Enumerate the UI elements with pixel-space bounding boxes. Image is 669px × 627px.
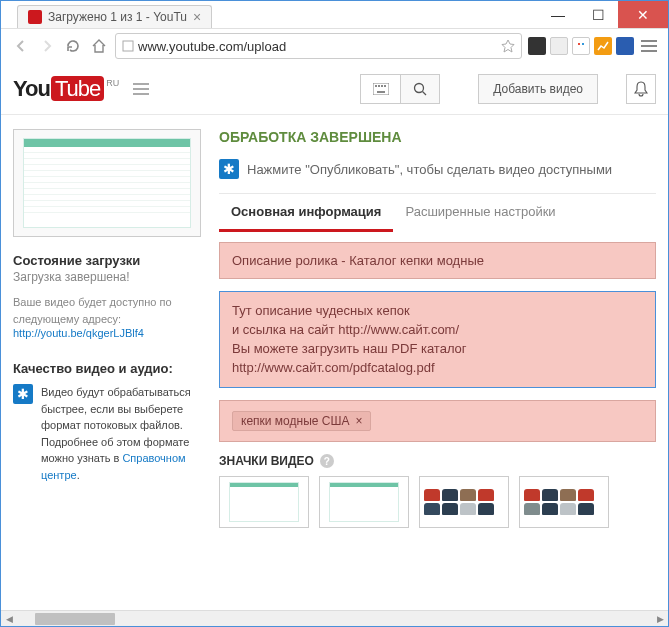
svg-rect-8 xyxy=(384,85,386,87)
reload-button[interactable] xyxy=(63,36,83,56)
desc-line: Вы можете загрузить наш PDF каталог xyxy=(232,340,643,359)
scroll-left-icon[interactable]: ◀ xyxy=(1,614,17,624)
extensions xyxy=(528,37,634,55)
youtube-header: YouTube RU Добавить видео xyxy=(1,63,668,115)
locale-badge: RU xyxy=(106,78,119,88)
scrollbar-thumb[interactable] xyxy=(35,613,115,625)
bell-icon xyxy=(634,81,648,97)
tag-remove-icon[interactable]: × xyxy=(355,414,362,428)
window-titlebar: Загружено 1 из 1 - YouTu × — ☐ ✕ xyxy=(1,1,668,29)
svg-rect-6 xyxy=(378,85,380,87)
tags-input[interactable]: кепки модные США × xyxy=(219,400,656,442)
maximize-button[interactable]: ☐ xyxy=(578,1,618,28)
minimize-button[interactable]: — xyxy=(538,1,578,28)
tab-basic-info[interactable]: Основная информация xyxy=(219,194,393,232)
search-icon xyxy=(413,82,427,96)
notifications-button[interactable] xyxy=(626,74,656,104)
video-thumbnail-large xyxy=(13,129,201,237)
close-button[interactable]: ✕ xyxy=(618,1,668,28)
desc-line: и ссылка на сайт http://www.сайт.com/ xyxy=(232,321,643,340)
ext-icon-2[interactable] xyxy=(550,37,568,55)
video-url-link[interactable]: http://youtu.be/qkgerLJBlf4 xyxy=(13,327,201,339)
upload-status-title: Состояние загрузки xyxy=(13,253,201,268)
title-input[interactable]: Описание ролика - Каталог кепки модные xyxy=(219,242,656,279)
desc-line: http://www.сайт.com/pdfcatalog.pdf xyxy=(232,359,643,378)
browser-tab[interactable]: Загружено 1 из 1 - YouTu × xyxy=(17,5,212,28)
upload-status-note: Ваше видео будет доступно по следующему … xyxy=(13,294,201,327)
home-button[interactable] xyxy=(89,36,109,56)
ext-icon-1[interactable] xyxy=(528,37,546,55)
processing-status: ОБРАБОТКА ЗАВЕРШЕНА xyxy=(219,129,656,145)
youtube-logo-icon: YouTube xyxy=(13,76,104,102)
address-bar[interactable]: www.youtube.com/upload xyxy=(115,33,522,59)
svg-rect-5 xyxy=(375,85,377,87)
svg-point-10 xyxy=(415,83,424,92)
thumbnails-title: ЗНАЧКИ ВИДЕО xyxy=(219,454,314,468)
back-button[interactable] xyxy=(11,36,31,56)
ext-icon-5[interactable] xyxy=(616,37,634,55)
tab-close-icon[interactable]: × xyxy=(193,10,201,24)
thumbnail-option-1[interactable] xyxy=(219,476,309,528)
svg-rect-4 xyxy=(373,83,389,95)
forward-button[interactable] xyxy=(37,36,57,56)
svg-rect-7 xyxy=(381,85,383,87)
quality-text: Видео будут обрабатываться быстрее, если… xyxy=(41,384,201,483)
search xyxy=(360,74,440,104)
ext-icon-3[interactable] xyxy=(572,37,590,55)
browser-menu-button[interactable] xyxy=(640,40,658,52)
info-badge-icon: ✱ xyxy=(13,384,33,404)
page-icon xyxy=(122,40,134,52)
publish-hint: Нажмите "Опубликовать", чтобы сделать ви… xyxy=(247,162,612,177)
thumbnail-option-4[interactable] xyxy=(519,476,609,528)
svg-rect-3 xyxy=(582,43,584,45)
thumbnail-option-2[interactable] xyxy=(319,476,409,528)
scroll-right-icon[interactable]: ▶ xyxy=(652,614,668,624)
arrow-left-icon xyxy=(14,39,28,53)
tab-advanced-settings[interactable]: Расширенные настройки xyxy=(393,194,567,232)
search-input[interactable] xyxy=(360,74,400,104)
guide-menu-button[interactable] xyxy=(133,83,149,95)
tag-chip: кепки модные США × xyxy=(232,411,371,431)
youtube-favicon-icon xyxy=(28,10,42,24)
add-video-label: Добавить видео xyxy=(493,82,583,96)
quality-title: Качество видео и аудио: xyxy=(13,361,201,376)
home-icon xyxy=(91,38,107,54)
svg-rect-2 xyxy=(578,43,580,45)
youtube-logo[interactable]: YouTube RU xyxy=(13,76,119,102)
url-text: www.youtube.com/upload xyxy=(138,39,497,54)
window-controls: — ☐ ✕ xyxy=(538,1,668,28)
help-icon[interactable]: ? xyxy=(320,454,334,468)
keyboard-icon xyxy=(373,83,389,95)
title-value: Описание ролика - Каталог кепки модные xyxy=(232,253,484,268)
add-video-button[interactable]: Добавить видео xyxy=(478,74,598,104)
tab-title: Загружено 1 из 1 - YouTu xyxy=(48,10,187,24)
reload-icon xyxy=(65,38,81,54)
info-badge-icon: ✱ xyxy=(219,159,239,179)
tag-label: кепки модные США xyxy=(241,414,349,428)
svg-rect-1 xyxy=(576,41,586,51)
ext-icon-4[interactable] xyxy=(594,37,612,55)
upload-status-complete: Загрузка завершена! xyxy=(13,270,201,284)
thumbnail-option-3[interactable] xyxy=(419,476,509,528)
search-button[interactable] xyxy=(400,74,440,104)
svg-line-11 xyxy=(423,91,427,95)
arrow-right-icon xyxy=(40,39,54,53)
svg-rect-0 xyxy=(123,41,133,51)
browser-toolbar: www.youtube.com/upload xyxy=(1,29,668,63)
tabs-strip: Загружено 1 из 1 - YouTu × xyxy=(1,1,538,28)
description-input[interactable]: Тут описание чудесных кепок и ссылка на … xyxy=(219,291,656,388)
desc-line: Тут описание чудесных кепок xyxy=(232,302,643,321)
star-icon[interactable] xyxy=(501,39,515,53)
horizontal-scrollbar[interactable]: ◀ ▶ xyxy=(1,610,668,626)
svg-rect-9 xyxy=(377,91,385,93)
